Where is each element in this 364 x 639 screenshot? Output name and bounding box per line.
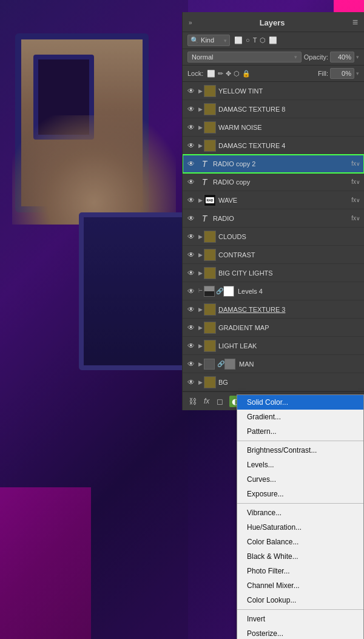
- eye-icon-wave[interactable]: 👁: [186, 195, 196, 205]
- layer-item-wave[interactable]: 👁 ▶ RAD WAVE fx ∨: [183, 191, 364, 209]
- panel-menu-button[interactable]: ≡: [352, 17, 358, 28]
- fx-wave: fx: [351, 197, 356, 203]
- layer-item-levels4[interactable]: 👁 ⊢ 🔗 Levels 4: [183, 282, 364, 300]
- arrow-bg[interactable]: ▶: [198, 379, 203, 385]
- arrow-light-leak[interactable]: ▶: [198, 343, 203, 349]
- eye-icon-big-city-lights[interactable]: 👁: [186, 268, 196, 278]
- lock-artboard-icon[interactable]: ⬡: [234, 70, 240, 78]
- footer-link-icon[interactable]: ⛓: [187, 396, 198, 407]
- dropdown-item-photo-filter[interactable]: Photo Filter...: [237, 564, 363, 578]
- dropdown-item-vibrance[interactable]: Vibrance...: [237, 505, 363, 520]
- eye-icon-warm-noise[interactable]: 👁: [186, 123, 196, 132]
- layer-name-warm-noise: WARM NOISE: [218, 124, 360, 131]
- arrow-big-city-lights[interactable]: ▶: [198, 270, 203, 276]
- arrow-warm-noise[interactable]: ▶: [198, 124, 203, 130]
- eye-icon-bg[interactable]: 👁: [186, 377, 196, 387]
- dropdown-item-invert[interactable]: Invert: [237, 612, 363, 626]
- layer-name-gradient-map: GRADIENT MAP: [218, 324, 360, 331]
- layer-item-bg[interactable]: 👁 ▶ BG: [183, 373, 364, 391]
- opacity-value[interactable]: 40%: [330, 52, 354, 63]
- layer-name-damasc3: DAMASC TEXTURE 3: [218, 306, 360, 313]
- eye-icon-clouds[interactable]: 👁: [186, 232, 196, 242]
- layers-list: 👁 ▶ YELLOW TINT 👁 ▶ DAMASC TEXTURE 8 👁 ▶…: [183, 82, 364, 391]
- dropdown-separator-2: [237, 503, 363, 504]
- kind-icon-pixel[interactable]: ⬜: [234, 36, 243, 45]
- eye-icon-radio-copy2[interactable]: 👁: [186, 159, 196, 169]
- eye-icon-yellow-tint[interactable]: 👁: [186, 86, 196, 96]
- blend-mode-dropdown[interactable]: Normal ▾: [187, 52, 302, 63]
- footer-mask-icon[interactable]: ◻: [215, 396, 224, 407]
- layer-item-light-leak[interactable]: 👁 ▶ LIGHT LEAK: [183, 337, 364, 355]
- dropdown-item-color-balance[interactable]: Color Balance...: [237, 535, 363, 549]
- eye-icon-radio[interactable]: 👁: [186, 214, 196, 223]
- dropdown-item-exposure[interactable]: Exposure...: [237, 487, 363, 501]
- arrow-damasc3[interactable]: ▶: [198, 306, 203, 313]
- layer-item-yellow-tint[interactable]: 👁 ▶ YELLOW TINT: [183, 82, 364, 100]
- thumb-radio-copy: T: [198, 176, 211, 188]
- layer-item-radio-copy2[interactable]: 👁 T RADIO copy 2 fx ∨: [183, 155, 364, 173]
- dropdown-item-gradient[interactable]: Gradient...: [237, 410, 363, 424]
- arrow-gradient-map[interactable]: ▶: [198, 325, 203, 331]
- arrow-wave[interactable]: ▶: [198, 197, 203, 203]
- dropdown-item-posterize[interactable]: Posterize...: [237, 626, 363, 639]
- thumb-damasc8: [204, 103, 216, 115]
- layer-item-damasc4[interactable]: 👁 ▶ DAMASC TEXTURE 4: [183, 137, 364, 155]
- lock-brush-icon[interactable]: ✏: [218, 70, 223, 78]
- eye-icon-levels4[interactable]: 👁: [186, 286, 196, 296]
- layer-item-damasc8[interactable]: 👁 ▶ DAMASC TEXTURE 8: [183, 100, 364, 118]
- thumb-radio: T: [198, 212, 211, 225]
- kind-icon-smart[interactable]: ⬜: [268, 36, 278, 45]
- kind-icon-shape[interactable]: ⬡: [259, 36, 266, 45]
- fx-radio: fx: [351, 215, 356, 221]
- arrow-damasc8[interactable]: ▶: [198, 106, 203, 112]
- dropdown-item-color-lookup[interactable]: Color Lookup...: [237, 593, 363, 607]
- layer-name-damasc8: DAMASC TEXTURE 8: [218, 106, 360, 113]
- arrow-man[interactable]: ▶: [198, 361, 203, 367]
- man-mask-thumb: [224, 359, 235, 370]
- kind-icon-type[interactable]: T: [252, 36, 258, 45]
- fx-chevron-radio: ∨: [356, 215, 360, 221]
- arrow-clouds[interactable]: ▶: [198, 234, 203, 240]
- blend-opacity-bar: Normal ▾ Opacity: 40% ▾: [183, 49, 364, 66]
- dropdown-item-brightness-contrast[interactable]: Brightness/Contrast...: [237, 443, 363, 458]
- layer-name-wave: WAVE: [218, 197, 349, 204]
- eye-icon-gradient-map[interactable]: 👁: [186, 323, 196, 333]
- dropdown-item-black-white[interactable]: Black & White...: [237, 549, 363, 564]
- dropdown-item-hue-saturation[interactable]: Hue/Saturation...: [237, 520, 363, 535]
- layer-item-damasc3[interactable]: 👁 ▶ DAMASC TEXTURE 3: [183, 300, 364, 319]
- eye-icon-contrast[interactable]: 👁: [186, 250, 196, 260]
- eye-icon-man[interactable]: 👁: [186, 359, 196, 369]
- layer-item-gradient-map[interactable]: 👁 ▶ GRADIENT MAP: [183, 319, 364, 337]
- eye-icon-light-leak[interactable]: 👁: [186, 341, 196, 351]
- layer-item-radio[interactable]: 👁 T RADIO fx ∨: [183, 209, 364, 228]
- layer-item-warm-noise[interactable]: 👁 ▶ WARM NOISE: [183, 118, 364, 137]
- dropdown-item-curves[interactable]: Curves...: [237, 472, 363, 487]
- lock-transparent-icon[interactable]: ⬜: [207, 70, 215, 78]
- dropdown-item-levels[interactable]: Levels...: [237, 458, 363, 472]
- arrow-damasc4[interactable]: ▶: [198, 143, 203, 149]
- dropdown-item-channel-mixer[interactable]: Channel Mixer...: [237, 578, 363, 593]
- layer-item-man[interactable]: 👁 ▶ 🔗 MAN: [183, 355, 364, 373]
- bg-purple-overlay: [0, 0, 188, 639]
- eye-icon-radio-copy[interactable]: 👁: [186, 177, 196, 187]
- eye-icon-damasc8[interactable]: 👁: [186, 104, 196, 114]
- lock-position-icon[interactable]: ✥: [226, 70, 231, 78]
- dropdown-item-solid-color[interactable]: Solid Color...: [237, 395, 363, 410]
- layer-name-bg: BG: [218, 379, 360, 386]
- kind-dropdown[interactable]: 🔍 Kind ▾: [187, 35, 230, 46]
- arrow-contrast[interactable]: ▶: [198, 252, 203, 258]
- blend-mode-label: Normal: [192, 53, 213, 61]
- layer-item-big-city-lights[interactable]: 👁 ▶ BIG CITY LIGHTS: [183, 264, 364, 282]
- dropdown-separator-3: [237, 609, 363, 610]
- footer-fx-button[interactable]: fx: [203, 396, 211, 407]
- fill-value[interactable]: 0%: [330, 68, 354, 79]
- layer-item-contrast[interactable]: 👁 ▶ CONTRAST: [183, 246, 364, 264]
- layer-item-radio-copy[interactable]: 👁 T RADIO copy fx ∨: [183, 173, 364, 191]
- eye-icon-damasc4[interactable]: 👁: [186, 141, 196, 150]
- layer-item-clouds[interactable]: 👁 ▶ CLOUDS: [183, 228, 364, 246]
- dropdown-item-pattern[interactable]: Pattern...: [237, 424, 363, 439]
- eye-icon-damasc3[interactable]: 👁: [186, 305, 196, 314]
- kind-icon-adjustment[interactable]: ○: [245, 36, 251, 45]
- arrow-yellow-tint[interactable]: ▶: [198, 88, 203, 94]
- lock-all-icon[interactable]: 🔒: [242, 70, 251, 78]
